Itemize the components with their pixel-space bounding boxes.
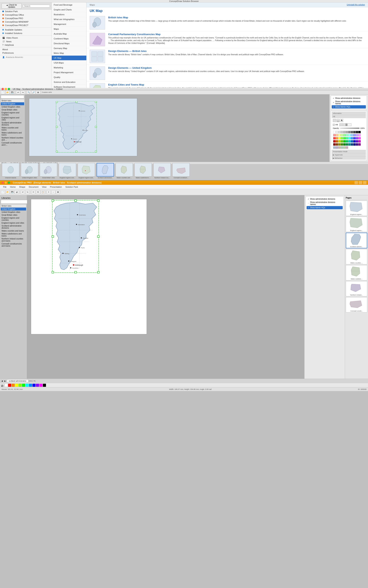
menu-presentation[interactable]: Presentation bbox=[48, 185, 64, 189]
fill-solid-btn[interactable] bbox=[340, 123, 343, 126]
page-thumb-wales-counties[interactable]: Wales counties ... bbox=[346, 249, 367, 264]
middle-item-directional[interactable]: Directional Maps bbox=[52, 41, 86, 46]
library-search2-input[interactable] bbox=[1, 200, 27, 204]
middle-item-project-mgmt[interactable]: Project Management bbox=[52, 70, 86, 75]
install-link[interactable]: Uninstall this solution bbox=[347, 4, 365, 6]
thumb-wales-subdivisions[interactable]: Wales subdivisions ... bbox=[134, 163, 152, 179]
map-thumb-design-british[interactable] bbox=[90, 50, 105, 63]
swatch-f2[interactable] bbox=[336, 143, 338, 145]
swatch-f7[interactable] bbox=[348, 143, 351, 145]
fill-checkbox[interactable]: ✓ bbox=[333, 124, 335, 126]
close-button[interactable] bbox=[1, 88, 4, 90]
middle-item-australia[interactable]: Australia Map bbox=[52, 31, 86, 36]
sidebar-item-updates[interactable]: Available Updates bbox=[0, 28, 52, 31]
dropdown-show-hqs[interactable]: ✓ Show Admin HQs bbox=[332, 105, 366, 109]
swatch-2[interactable] bbox=[338, 131, 340, 133]
color-blue[interactable] bbox=[29, 384, 32, 387]
thumb-northern-ireland[interactable]: Northern Ireland cou... bbox=[153, 163, 171, 179]
toolbar2-btn-copy[interactable]: ⎘ bbox=[36, 190, 40, 194]
swatch-c9[interactable] bbox=[353, 134, 356, 136]
swatch-d3[interactable] bbox=[338, 137, 340, 139]
maximize-button[interactable] bbox=[8, 88, 10, 90]
sidebar-item-about[interactable]: About bbox=[0, 48, 52, 51]
swatch-f10[interactable] bbox=[356, 143, 358, 145]
lib2-item-uk-cities[interactable]: United Kingdom cities bbox=[1, 211, 26, 214]
toolbar-btn-zoom-in[interactable]: 🔍 bbox=[27, 90, 31, 94]
toolbar2-btn-undo[interactable]: ↩ bbox=[21, 190, 25, 194]
toolbar2-btn-redo[interactable]: ↪ bbox=[25, 190, 29, 194]
swatch-d6[interactable] bbox=[346, 137, 348, 139]
behaviour-section[interactable]: ▶ Behaviour bbox=[332, 156, 366, 160]
opacity-slider[interactable] bbox=[340, 128, 359, 129]
lib-group-uk[interactable]: United Kingdom bbox=[1, 102, 24, 105]
thumb-england-regions2[interactable]: England regions and... bbox=[78, 163, 95, 179]
lib-item-uk-cities[interactable]: United Kingdom cities bbox=[1, 105, 24, 108]
color-yellow[interactable] bbox=[15, 384, 18, 387]
text-format-btn[interactable]: A bbox=[340, 119, 343, 122]
fill-gradient-btn[interactable] bbox=[343, 123, 347, 126]
toolbar2-btn-open[interactable]: 📂 bbox=[5, 190, 10, 194]
swatch-black[interactable] bbox=[358, 131, 361, 133]
swatch-d7[interactable] bbox=[348, 137, 351, 139]
swatch-e8[interactable] bbox=[351, 140, 353, 143]
swatch-d2[interactable] bbox=[336, 137, 338, 139]
sidebar-item-office[interactable]: ConceptDraw Office bbox=[0, 13, 52, 17]
toolbar-btn-new[interactable]: 📄 bbox=[1, 90, 5, 94]
info-section[interactable]: Information bbox=[332, 112, 366, 115]
lib-item-wales-subdivisions[interactable]: Wales subdivisions and towns bbox=[1, 131, 24, 136]
thumb-scotland-admin[interactable]: Scotland administrat... bbox=[97, 163, 114, 179]
swatch-f4[interactable] bbox=[341, 143, 343, 145]
minimize-button[interactable] bbox=[5, 88, 7, 90]
library-search-input[interactable] bbox=[1, 95, 24, 99]
swatch-e1[interactable] bbox=[333, 140, 336, 143]
sidebar-item-installed[interactable]: Installed Solutions bbox=[0, 31, 52, 35]
color-red[interactable] bbox=[8, 384, 11, 387]
middle-item-uk[interactable]: UK Map bbox=[52, 56, 86, 60]
swatch-4[interactable] bbox=[343, 131, 346, 133]
sidebar-item-helpdesk[interactable]: ? HelpDesk bbox=[0, 43, 52, 47]
swatch-f6[interactable] bbox=[346, 143, 348, 145]
color-green[interactable] bbox=[22, 384, 25, 387]
middle-item-management[interactable]: Management bbox=[52, 22, 86, 27]
swatch-g2[interactable] bbox=[336, 146, 338, 149]
swatch-f3[interactable] bbox=[338, 143, 340, 145]
middle-item-continent[interactable]: Continent Maps bbox=[52, 36, 86, 41]
middle-item-marketing[interactable]: Marketing bbox=[52, 65, 86, 70]
middle-item-graphs[interactable]: Graphs and Charts bbox=[52, 7, 86, 12]
swatch-6[interactable] bbox=[348, 131, 351, 133]
swatch-c6[interactable] bbox=[346, 134, 348, 136]
stroke-color-btn[interactable] bbox=[337, 119, 340, 122]
color-orange[interactable] bbox=[12, 384, 15, 387]
thumb-cornwall[interactable]: Cornwall constituen... bbox=[172, 163, 190, 179]
middle-item-food[interactable]: Food and Beverage bbox=[52, 2, 86, 7]
dropdown-show-admin[interactable]: ✓ Show administrative divisions bbox=[332, 97, 366, 100]
map-thumb-design-uk[interactable] bbox=[90, 66, 105, 80]
page-thumb-cornwall[interactable]: Cornwall constit... bbox=[346, 297, 367, 312]
menu-file[interactable]: File bbox=[1, 185, 8, 189]
middle-item-infographics[interactable]: What are Infographics bbox=[52, 17, 86, 22]
swatch-g5[interactable] bbox=[343, 146, 346, 149]
swatch-c7[interactable] bbox=[348, 134, 351, 136]
dropdown-show-names[interactable]: ✓ Show administrative divisions names bbox=[332, 100, 366, 105]
toolbar2-btn-zoom-out[interactable]: - bbox=[51, 190, 55, 194]
editor1-canvas[interactable]: Edinburgh Glasgow Inverness Dundee bbox=[25, 94, 329, 162]
sidebar-item-project[interactable]: ConceptDraw PROJECT bbox=[0, 24, 52, 27]
swatch-9[interactable] bbox=[356, 131, 358, 133]
check-updates-button[interactable]: ☁ Check for Updates bbox=[1, 3, 22, 9]
thumb-england-regions1[interactable]: England regions and... bbox=[59, 163, 76, 179]
swatch-g3[interactable] bbox=[338, 146, 340, 149]
editor2-canvas[interactable]: Edinburgh Glasgow Inverness Dundee Perth… bbox=[27, 195, 345, 379]
lib2-item-northern-ireland[interactable]: Northern Ireland counties and towns bbox=[1, 237, 26, 242]
middle-item-usa[interactable]: USA Maps bbox=[52, 60, 86, 65]
swatch-d1[interactable] bbox=[333, 137, 336, 139]
menu-solution-park[interactable]: Solution Park bbox=[64, 185, 79, 189]
thumb-channel-islands[interactable]: Channel Islands bbox=[2, 163, 19, 179]
fill-section[interactable]: Fill bbox=[332, 115, 366, 118]
swatch-d11[interactable] bbox=[358, 137, 361, 139]
page-thumb-wales-sub[interactable]: Wales subdivis... bbox=[346, 265, 367, 280]
sidebar-item-video[interactable]: 🎬 Video Room bbox=[0, 36, 52, 40]
dropdown2-show-admin[interactable]: ✓ Show administrative divisions bbox=[307, 197, 343, 201]
middle-item-illustrations[interactable]: Illustrations bbox=[52, 12, 86, 17]
page-tab-scotland-active[interactable]: scotland administrative bbox=[7, 380, 28, 382]
toolbar-btn-redo[interactable]: ↪ bbox=[21, 90, 25, 94]
